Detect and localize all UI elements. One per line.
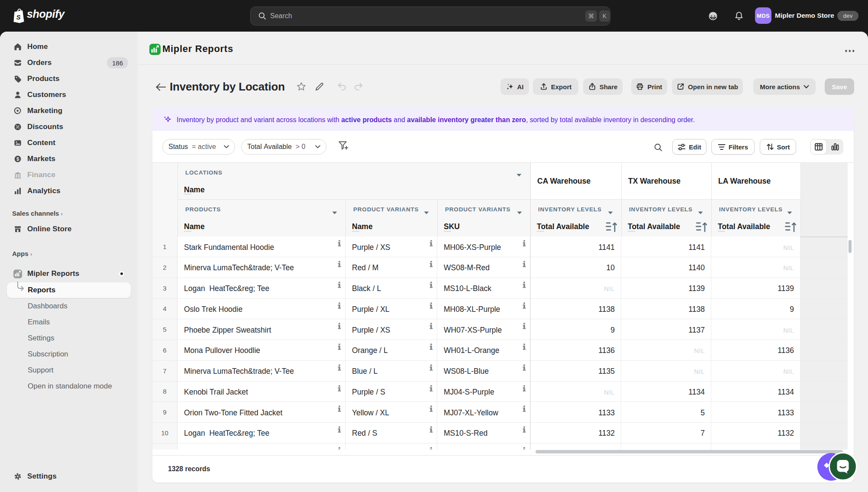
svg-text:$: $ — [16, 156, 19, 162]
svg-text:S: S — [16, 13, 21, 21]
